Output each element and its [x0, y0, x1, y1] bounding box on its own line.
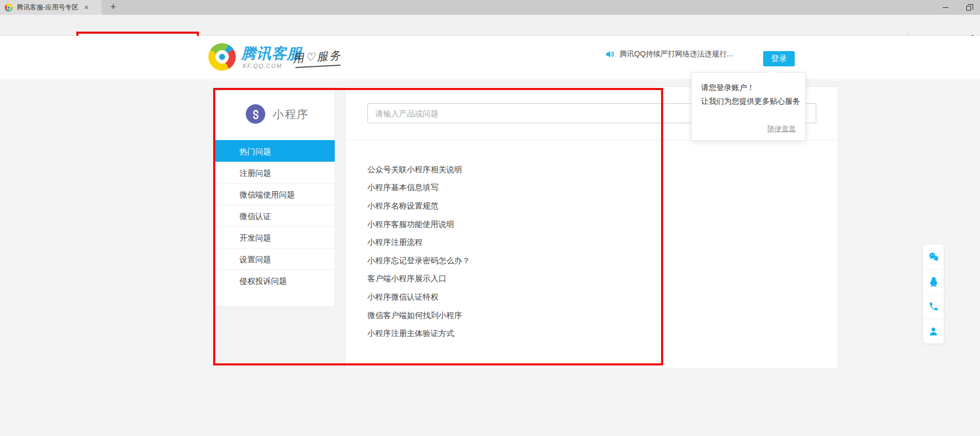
- product-sidebar: 小程序 热门问题 注册问题 微信端使用问题 微信认证 开发问题 设置问题 侵权投…: [214, 87, 335, 307]
- sidebar-item-settings-questions[interactable]: 设置问题: [215, 248, 335, 270]
- question-list: 公众号关联小程序相关说明 小程序基本信息填写 小程序名称设置规范 小程序客服功能…: [367, 161, 817, 343]
- login-popup-line2: 让我们为您提供更多贴心服务: [701, 94, 805, 108]
- title-bar: 腾讯客服-应用号专区 × +: [0, 0, 980, 15]
- sidebar-item-infringement-complaints[interactable]: 侵权投诉问题: [215, 270, 335, 291]
- browse-around-link[interactable]: 随便逛逛: [767, 124, 796, 134]
- minimize-icon: [943, 7, 948, 8]
- speaker-icon: [605, 49, 615, 59]
- floating-contact-bar: [923, 244, 944, 344]
- sidebar-item-wechat-verification[interactable]: 微信认证: [215, 205, 335, 226]
- product-header: 小程序: [215, 88, 335, 140]
- person-icon: [928, 326, 939, 337]
- question-link[interactable]: 小程序忘记登录密码怎么办？: [367, 252, 817, 270]
- browser-tab[interactable]: 腾讯客服-应用号专区 ×: [0, 0, 102, 15]
- question-link[interactable]: 小程序注册流程: [367, 233, 817, 252]
- login-popup-text: 请您登录账户！ 让我们为您提供更多贴心服务: [692, 73, 805, 108]
- question-link[interactable]: 客户端小程序展示入口: [367, 270, 817, 289]
- window-restore-button[interactable]: [957, 0, 980, 15]
- browser-window: 腾讯客服-应用号专区 × + ↻ kf.qq.com/product/wx_xc…: [0, 0, 980, 436]
- announcement-text[interactable]: 腾讯QQ持续严打网络违法违规行...: [619, 49, 733, 59]
- login-popup-line1: 请您登录账户！: [701, 81, 805, 94]
- sidebar-item-hot-questions[interactable]: 热门问题: [215, 140, 335, 162]
- product-name: 小程序: [273, 107, 309, 122]
- site-header: 腾讯客服 KF.QQ.COM 用♡服务 腾讯QQ持续严打网络违法违规行... 登…: [0, 36, 980, 80]
- phone-contact-button[interactable]: [923, 294, 944, 319]
- qq-penguin-icon: [928, 276, 939, 288]
- question-link[interactable]: 小程序微信认证特权: [367, 288, 817, 306]
- profile-contact-button[interactable]: [923, 319, 944, 343]
- question-link[interactable]: 小程序基本信息填写: [367, 179, 817, 197]
- login-popup: 请您登录账户！ 让我们为您提供更多贴心服务 随便逛逛: [691, 72, 806, 141]
- sidebar-menu: 热门问题 注册问题 微信端使用问题 微信认证 开发问题 设置问题 侵权投诉问题: [215, 140, 335, 291]
- browser-toolbar: ↻ kf.qq.com/product/wx_xcx.html ☆: [0, 15, 980, 36]
- brand-domain: KF.QQ.COM: [243, 63, 282, 69]
- announcement[interactable]: 腾讯QQ持续严打网络违法违规行...: [605, 49, 733, 59]
- sidebar-item-development-questions[interactable]: 开发问题: [215, 226, 335, 248]
- tab-title: 腾讯客服-应用号专区: [17, 3, 80, 12]
- question-link[interactable]: 小程序名称设置规范: [367, 197, 817, 215]
- wechat-icon: [928, 251, 939, 263]
- question-link[interactable]: 微信客户端如何找到小程序: [367, 306, 817, 325]
- tab-close-icon[interactable]: ×: [81, 3, 92, 12]
- phone-icon: [928, 301, 939, 312]
- question-link[interactable]: 小程序客服功能使用说明: [367, 215, 817, 234]
- restore-icon: [966, 6, 971, 11]
- miniprogram-logo-icon: [246, 104, 265, 124]
- new-tab-button[interactable]: +: [105, 0, 122, 15]
- login-button[interactable]: 登录: [763, 51, 795, 66]
- question-link[interactable]: 小程序注册主体验证方式: [367, 324, 817, 343]
- wechat-contact-button[interactable]: [923, 244, 944, 269]
- tencent-kf-logo-icon[interactable]: [208, 43, 236, 71]
- sidebar-item-register-questions[interactable]: 注册问题: [215, 162, 335, 183]
- brand-tagline: 用♡服务: [292, 48, 343, 66]
- window-minimize-button[interactable]: [934, 0, 957, 15]
- sidebar-item-wechat-usage-questions[interactable]: 微信端使用问题: [215, 183, 335, 205]
- question-link[interactable]: 公众号关联小程序相关说明: [367, 161, 817, 179]
- tencent-kf-favicon-icon: [5, 4, 13, 12]
- qq-contact-button[interactable]: [923, 269, 944, 294]
